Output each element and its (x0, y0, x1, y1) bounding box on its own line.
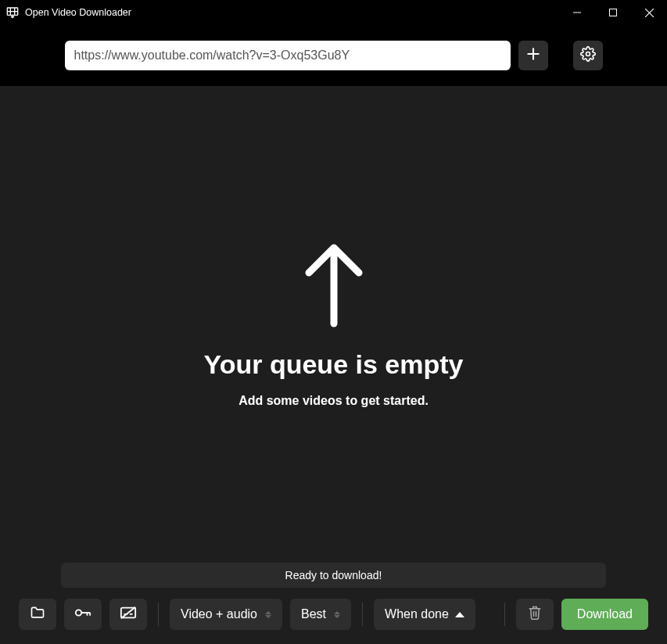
titlebar: Open Video Downloader (0, 0, 667, 25)
url-input[interactable] (65, 41, 511, 70)
format-label: Video + audio (181, 607, 257, 621)
window-maximize-button[interactable] (595, 0, 631, 25)
folder-icon (30, 605, 45, 624)
status-text: Ready to download! (285, 569, 382, 581)
empty-title: Your queue is empty (204, 349, 464, 380)
when-done-selector[interactable]: When done (374, 599, 475, 630)
main-area: Your queue is empty Add some videos to g… (0, 86, 667, 563)
download-button[interactable]: Download (561, 599, 648, 630)
format-selector[interactable]: Video + audio (170, 599, 282, 630)
window-close-button[interactable] (631, 0, 667, 25)
bottom-bar: Video + audio Best When done Download (0, 599, 667, 644)
settings-button[interactable] (573, 41, 603, 70)
svg-line-19 (121, 607, 135, 619)
download-label: Download (577, 607, 633, 621)
svg-point-10 (586, 52, 590, 56)
subtitles-button[interactable] (109, 599, 147, 630)
auth-button[interactable] (64, 599, 102, 630)
gear-icon (580, 46, 596, 65)
svg-rect-5 (610, 9, 617, 16)
quality-label: Best (301, 607, 326, 621)
empty-subtitle: Add some videos to get started. (238, 394, 429, 408)
url-bar (0, 25, 667, 86)
open-folder-button[interactable] (19, 599, 56, 630)
app-logo-icon (6, 6, 19, 19)
svg-point-12 (76, 610, 81, 615)
updown-icon (265, 611, 271, 618)
add-button[interactable] (518, 41, 548, 70)
caret-up-icon (455, 612, 464, 617)
divider (362, 603, 363, 626)
divider (158, 603, 159, 626)
quality-selector[interactable]: Best (290, 599, 351, 630)
status-bar: Ready to download! (61, 563, 606, 588)
key-icon (74, 607, 91, 621)
subtitles-off-icon (120, 605, 137, 624)
when-done-label: When done (385, 607, 449, 621)
window-minimize-button[interactable] (559, 0, 595, 25)
plus-icon (525, 46, 541, 65)
trash-icon (528, 605, 542, 624)
arrow-up-icon (303, 242, 365, 327)
divider (504, 603, 505, 626)
clear-queue-button[interactable] (516, 599, 554, 630)
updown-icon (334, 611, 340, 618)
app-title: Open Video Downloader (25, 7, 131, 18)
